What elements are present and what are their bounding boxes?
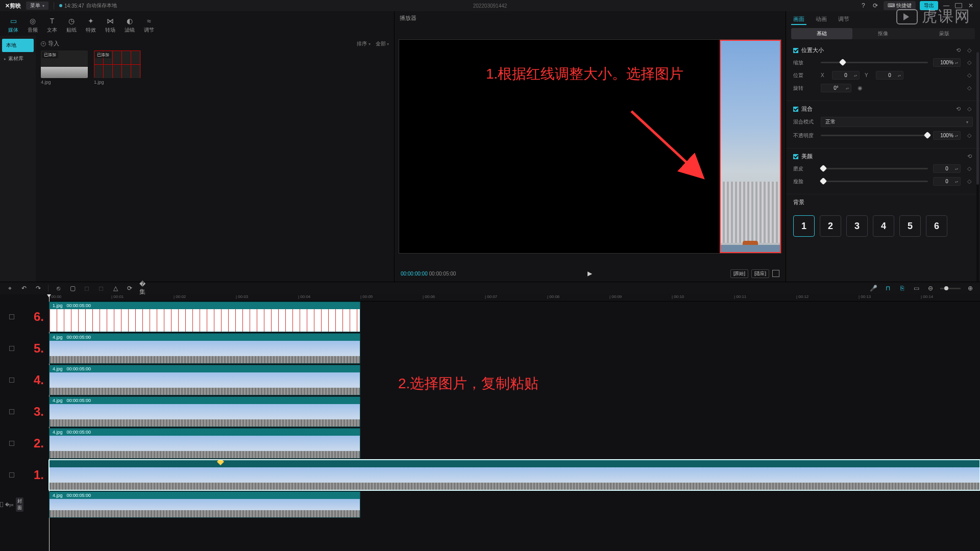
track-gutter[interactable] bbox=[0, 396, 23, 427]
track-gutter[interactable] bbox=[0, 302, 23, 332]
redo-icon[interactable]: ↷ bbox=[34, 284, 43, 293]
opacity-slider[interactable] bbox=[821, 135, 928, 136]
mode-tab-转场[interactable]: ⋈转场 bbox=[101, 14, 119, 36]
beauty-checkbox[interactable] bbox=[793, 154, 798, 159]
scale-value[interactable]: 100%▴▾ bbox=[933, 58, 961, 67]
keyframe-marker[interactable] bbox=[217, 460, 224, 465]
props-subtab[interactable]: 抠像 bbox=[852, 28, 914, 39]
mode-tab-媒体[interactable]: ▭媒体 bbox=[4, 14, 22, 36]
timeline-clip[interactable]: 4.jpg00:00:05:00 bbox=[49, 491, 360, 518]
mode-tab-特效[interactable]: ✦特效 bbox=[82, 14, 100, 36]
import-button[interactable]: +导入 bbox=[41, 40, 59, 47]
timeline-clip[interactable]: 1.jpg00:00:05:00 bbox=[49, 302, 360, 332]
track-gutter[interactable] bbox=[0, 365, 23, 395]
track-gutter[interactable] bbox=[0, 460, 23, 490]
bg-chip-5[interactable]: 5 bbox=[899, 215, 921, 237]
ratio-original-button[interactable]: [原始] bbox=[730, 269, 748, 278]
undo-icon[interactable]: ↶ bbox=[19, 284, 29, 293]
pos-x-value[interactable]: 0▴▾ bbox=[832, 71, 860, 80]
minimize-icon[interactable]: — bbox=[942, 2, 950, 10]
export-button[interactable]: 导出 bbox=[920, 1, 938, 10]
keyframe-icon[interactable]: ◇ bbox=[966, 106, 973, 113]
split-icon[interactable]: ⎋ bbox=[54, 284, 63, 293]
mic-icon[interactable]: 🎤 bbox=[869, 284, 878, 293]
media-thumb[interactable]: 已添加1.jpg bbox=[94, 51, 141, 85]
smooth-value[interactable]: 0▴▾ bbox=[933, 164, 961, 173]
scale-slider[interactable] bbox=[821, 62, 928, 63]
preview-icon[interactable]: ▭ bbox=[912, 284, 921, 293]
maximize-icon[interactable] bbox=[954, 2, 963, 10]
pos-y-value[interactable]: 0▴▾ bbox=[876, 71, 903, 80]
sort-dropdown[interactable]: 排序 bbox=[357, 40, 370, 47]
smooth-slider[interactable] bbox=[821, 168, 928, 169]
bg-chip-4[interactable]: 4 bbox=[873, 215, 894, 237]
reset-icon[interactable]: ⟲ bbox=[954, 47, 962, 54]
timeline-clip[interactable]: 4.jpg00:00:05:00 bbox=[49, 396, 360, 427]
sidebar-item-local[interactable]: 本地 bbox=[2, 39, 34, 52]
bg-chip-3[interactable]: 3 bbox=[846, 215, 868, 237]
link-icon[interactable]: ⎘ bbox=[897, 284, 906, 293]
help-icon[interactable]: ? bbox=[859, 2, 867, 10]
rotate-dial-icon[interactable]: ◉ bbox=[856, 85, 864, 92]
ratio-fit-button[interactable]: [适应] bbox=[751, 269, 769, 278]
props-tab[interactable]: 画面 bbox=[791, 14, 806, 25]
close-icon[interactable]: ✕ bbox=[967, 2, 975, 10]
timeline-clip[interactable]: 4.jpg00:00:05:00 bbox=[49, 333, 360, 364]
thin-value[interactable]: 0▴▾ bbox=[933, 177, 961, 186]
fullscreen-icon[interactable] bbox=[772, 270, 779, 277]
sidebar-item-library[interactable]: ▸素材库 bbox=[0, 52, 36, 65]
zoom-out-icon[interactable]: ⊖ bbox=[926, 284, 935, 293]
title-bar: ✕剪映 菜单 14:35:47 自动保存本地 202203091442 ? ⟳ … bbox=[0, 0, 980, 11]
keyframe-icon[interactable]: ◇ bbox=[966, 72, 973, 79]
crop2-icon[interactable]: �集 bbox=[139, 284, 149, 293]
track-gutter[interactable] bbox=[0, 428, 23, 459]
mirror-icon[interactable]: △ bbox=[111, 284, 120, 293]
magnet-icon[interactable]: ⊓ bbox=[883, 284, 892, 293]
props-subtab[interactable]: 基础 bbox=[791, 28, 852, 39]
mode-tab-滤镜[interactable]: ◐滤镜 bbox=[120, 14, 139, 36]
timeline-clip[interactable]: 4.jpg00:00:05:00 bbox=[49, 460, 980, 490]
mode-tab-音频[interactable]: ◎音频 bbox=[23, 14, 42, 36]
keyframe-icon[interactable]: ◇ bbox=[966, 178, 973, 185]
position-size-checkbox[interactable] bbox=[793, 48, 798, 53]
filter-dropdown[interactable]: 全部 bbox=[376, 40, 389, 47]
track-gutter[interactable] bbox=[0, 333, 23, 364]
mode-tab-调节[interactable]: ≈调节 bbox=[140, 14, 158, 36]
timeline-clip[interactable]: 4.jpg00:00:05:00 bbox=[49, 365, 360, 395]
shortcut-button[interactable]: ⌨ 快捷键 bbox=[884, 1, 916, 10]
menu-dropdown[interactable]: 菜单 bbox=[26, 2, 48, 10]
zoom-in-icon[interactable]: ⊕ bbox=[966, 284, 975, 293]
bg-chip-6[interactable]: 6 bbox=[926, 215, 947, 237]
rotation-value[interactable]: 0°▴▾ bbox=[821, 84, 851, 92]
mode-tab-文本[interactable]: T文本 bbox=[43, 14, 61, 36]
props-subtab[interactable]: 蒙版 bbox=[914, 28, 975, 39]
mode-tab-贴纸[interactable]: ◷贴纸 bbox=[62, 14, 81, 36]
bg-chip-1[interactable]: 1 bbox=[793, 215, 815, 237]
play-icon[interactable]: ▶ bbox=[587, 270, 592, 277]
opacity-value[interactable]: 100%▴▾ bbox=[933, 131, 961, 140]
keyframe-icon[interactable]: ◇ bbox=[966, 59, 973, 66]
crop-icon[interactable]: ▢ bbox=[68, 284, 77, 293]
keyframe-icon[interactable]: ◇ bbox=[966, 132, 973, 139]
zoom-slider[interactable] bbox=[940, 288, 961, 289]
keyframe-icon[interactable]: ◇ bbox=[966, 47, 973, 54]
preview-image-slice[interactable] bbox=[720, 40, 781, 253]
blend-mode-select[interactable]: 正常 bbox=[821, 117, 973, 127]
rotate-icon[interactable]: ⟳ bbox=[125, 284, 134, 293]
preview-canvas[interactable]: 1.根据红线调整大小。选择图片 bbox=[399, 39, 781, 254]
pointer-tool-icon[interactable]: ⌖ bbox=[5, 284, 14, 293]
media-thumb[interactable]: 已添加4.jpg bbox=[41, 51, 88, 85]
timeline-ruler[interactable]: | 00:00| 00:01| 00:02| 00:03| 00:04| 00:… bbox=[49, 294, 980, 302]
timeline-clip[interactable]: 4.jpg00:00:05:00 bbox=[49, 428, 360, 459]
blend-checkbox[interactable] bbox=[793, 107, 798, 112]
reset-icon[interactable]: ⟲ bbox=[966, 153, 973, 160]
thin-slider[interactable] bbox=[821, 181, 928, 182]
track-gutter[interactable]: �px封面 bbox=[0, 491, 23, 518]
keyframe-icon[interactable]: ◇ bbox=[966, 165, 973, 172]
reload-icon[interactable]: ⟳ bbox=[871, 2, 879, 10]
keyframe-icon[interactable]: ◇ bbox=[966, 85, 973, 92]
props-tab[interactable]: 调节 bbox=[836, 14, 851, 25]
reset-icon[interactable]: ⟲ bbox=[954, 106, 962, 113]
props-tab[interactable]: 动画 bbox=[814, 14, 829, 25]
bg-chip-2[interactable]: 2 bbox=[820, 215, 841, 237]
